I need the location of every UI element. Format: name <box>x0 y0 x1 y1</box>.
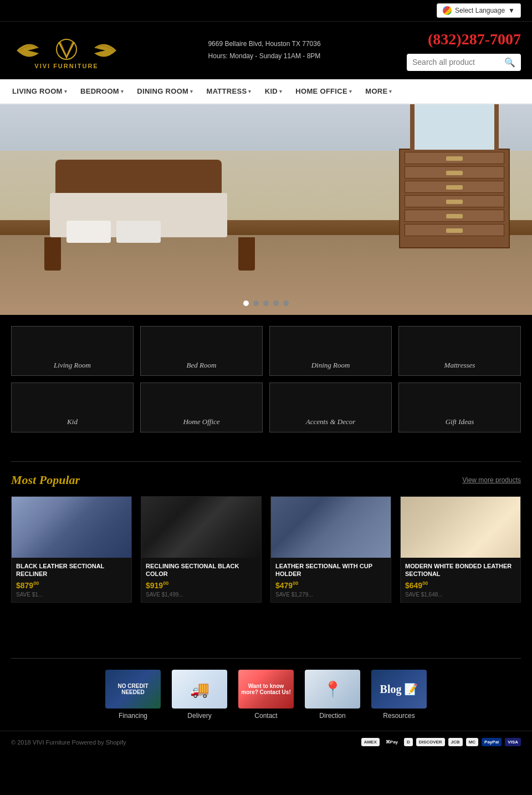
category-card-dining-room[interactable]: Dining Room <box>269 326 392 376</box>
bottom-bar: © 2018 VIVI Furniture Powered by Shopify… <box>0 731 532 753</box>
nav-item-kid[interactable]: KID ▾ <box>258 79 289 103</box>
footer-icon-delivery[interactable]: 🚚 Delivery <box>172 670 227 720</box>
product-compare-3: SAVE $1,279... <box>275 592 386 598</box>
footer-icon-contact[interactable]: Want to know more? Contact Us! Contact <box>238 670 294 720</box>
financing-image: NO CREDIT NEEDED <box>105 670 161 709</box>
chevron-down-icon: ▾ <box>64 89 67 94</box>
product-image-2 <box>141 497 261 558</box>
product-card-3[interactable]: LEATHER SECTIONAL WITH CUP HOLDER $47900… <box>270 496 391 603</box>
slider-dot-2[interactable] <box>253 300 259 306</box>
slider-dot-4[interactable] <box>273 300 279 306</box>
bed-illustration <box>44 160 255 271</box>
product-compare-1: SAVE $1... <box>16 592 127 598</box>
chevron-down-icon: ▾ <box>248 89 251 94</box>
language-select[interactable]: Select Language ▼ <box>437 3 521 18</box>
hero-slider <box>0 104 532 315</box>
product-image-3 <box>271 497 391 558</box>
search-input[interactable] <box>412 58 501 67</box>
nav-item-bedroom[interactable]: BEDROOM ▾ <box>74 79 130 103</box>
payment-diners: D <box>404 738 413 746</box>
chevron-down-icon: ▾ <box>279 89 282 94</box>
footer-label-delivery: Delivery <box>187 712 211 720</box>
category-grid-row1: Living Room Bed Room Dining Room Mattres… <box>11 326 521 376</box>
search-box: 🔍 <box>407 54 521 71</box>
nav-item-home-office[interactable]: HOME OFFICE ▾ <box>289 79 359 103</box>
category-card-living-room[interactable]: Living Room <box>11 326 134 376</box>
dropdown-arrow: ▼ <box>508 7 515 14</box>
category-label: Kid <box>67 417 78 426</box>
product-card-4[interactable]: MODERN WHITE BONDED LEATHER SECTIONAL $6… <box>400 496 521 603</box>
footer-icon-direction[interactable]: 📍 Direction <box>305 670 360 720</box>
category-card-accents-decor[interactable]: Accents & Decor <box>269 383 392 432</box>
product-image-1 <box>12 497 131 558</box>
most-popular-section: Most Popular View more products BLACK LE… <box>0 473 532 614</box>
product-info-1: BLACK LEATHER SECTIONAL RECLINER $87900 … <box>12 558 131 602</box>
payment-paypal: PayPal <box>482 738 502 746</box>
product-info-4: MODERN WHITE BONDED LEATHER SECTIONAL $6… <box>401 558 520 602</box>
svg-text:VIVI FURNITURE: VIVI FURNITURE <box>34 63 98 69</box>
product-card-1[interactable]: BLACK LEATHER SECTIONAL RECLINER $87900 … <box>11 496 132 603</box>
slider-dot-5[interactable] <box>283 300 289 306</box>
logo-svg: VIVI FURNITURE <box>11 28 122 73</box>
category-card-bed-room[interactable]: Bed Room <box>140 326 263 376</box>
category-section: Living Room Bed Room Dining Room Mattres… <box>0 315 532 450</box>
footer-icon-financing[interactable]: NO CREDIT NEEDED Financing <box>105 670 161 720</box>
google-icon <box>443 6 452 15</box>
hero-image <box>0 104 532 315</box>
view-all-link[interactable]: View more products <box>462 476 521 484</box>
slider-dots <box>243 300 289 306</box>
chevron-down-icon: ▾ <box>190 89 193 94</box>
slider-dot-3[interactable] <box>263 300 269 306</box>
category-grid-row2: Kid Home Office Accents & Decor Gift Ide… <box>11 383 521 432</box>
footer-links: NO CREDIT NEEDED Financing 🚚 Delivery Wa… <box>0 647 532 731</box>
chevron-down-icon: ▾ <box>389 89 392 94</box>
product-price-2: $91900 <box>146 580 257 590</box>
language-label: Select Language <box>455 7 505 14</box>
product-name-2: RECLINING SECTIONAL BLACK COLOR <box>146 562 257 578</box>
contact-image: Want to know more? Contact Us! <box>238 670 294 709</box>
category-label: Living Room <box>54 361 91 370</box>
top-bar: Select Language ▼ <box>0 0 532 22</box>
dresser-illustration <box>399 149 510 271</box>
site-header: VIVI FURNITURE 9669 Bellaire Blvd, Houst… <box>0 22 532 79</box>
product-price-1: $87900 <box>16 580 127 590</box>
nav-item-mattress[interactable]: MATTRESS ▾ <box>200 79 258 103</box>
nav-item-more[interactable]: MORE ▾ <box>359 79 399 103</box>
product-compare-4: SAVE $1,648... <box>405 592 516 598</box>
products-grid: BLACK LEATHER SECTIONAL RECLINER $87900 … <box>11 496 521 603</box>
category-label: Accents & Decor <box>306 417 356 426</box>
search-icon[interactable]: 🔍 <box>504 57 515 68</box>
section-header: Most Popular View more products <box>11 473 521 487</box>
category-card-mattresses[interactable]: Mattresses <box>398 326 521 376</box>
product-name-3: LEATHER SECTIONAL WITH CUP HOLDER <box>275 562 386 578</box>
payment-amex: AMEX <box>361 738 380 746</box>
section-divider <box>11 461 521 462</box>
logo-area[interactable]: VIVI FURNITURE <box>11 28 122 73</box>
category-card-home-office[interactable]: Home Office <box>140 383 263 432</box>
footer-icon-resources[interactable]: Blog 📝 Resources <box>371 670 427 720</box>
category-card-gift-ideas[interactable]: Gift Ideas <box>398 383 521 432</box>
payment-jcb: JCB <box>448 738 463 746</box>
product-card-2[interactable]: RECLINING SECTIONAL BLACK COLOR $91900 S… <box>141 496 262 603</box>
payment-mastercard: MC <box>466 738 478 746</box>
slider-dot-1[interactable] <box>243 300 249 306</box>
phone-number[interactable]: (832)287-7007 <box>428 30 521 48</box>
product-name-1: BLACK LEATHER SECTIONAL RECLINER <box>16 562 127 578</box>
footer-label-contact: Contact <box>254 712 277 720</box>
category-card-kid[interactable]: Kid <box>11 383 134 432</box>
bed-mattress <box>50 193 227 237</box>
blog-image: Blog 📝 <box>371 670 427 709</box>
payment-discover: DISCOVER <box>416 738 445 746</box>
category-label: Home Office <box>183 417 219 426</box>
product-price-4: $64900 <box>405 580 516 590</box>
svg-marker-1 <box>58 42 75 59</box>
footer-icons-row: NO CREDIT NEEDED Financing 🚚 Delivery Wa… <box>11 670 521 720</box>
main-nav: LIVING ROOM ▾ BEDROOM ▾ DINING ROOM ▾ MA… <box>0 79 532 104</box>
footer-label-financing: Financing <box>119 712 147 720</box>
address-line: 9669 Bellaire Blvd, Houston TX 77036 <box>208 38 320 50</box>
category-label: Bed Room <box>187 361 217 370</box>
category-label: Mattresses <box>444 361 475 370</box>
product-compare-2: SAVE $1,499... <box>146 592 257 598</box>
nav-item-living-room[interactable]: LIVING ROOM ▾ <box>6 79 74 103</box>
nav-item-dining-room[interactable]: DINING ROOM ▾ <box>130 79 200 103</box>
